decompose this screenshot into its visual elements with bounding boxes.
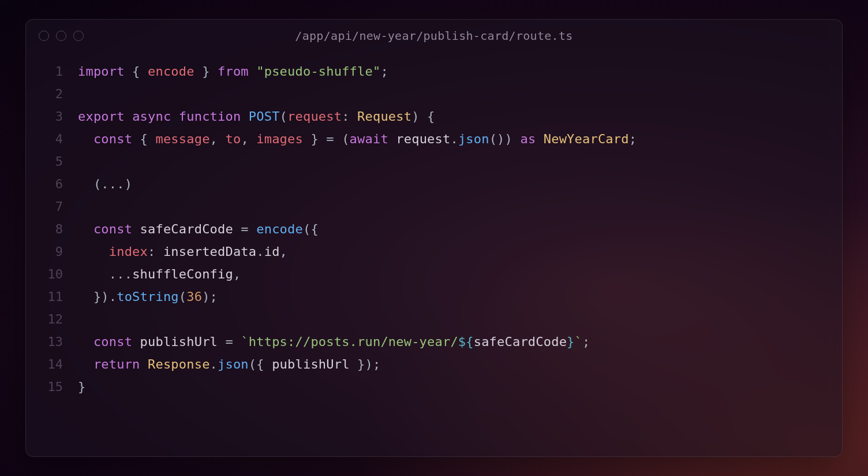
code-line: 10 ...shuffleConfig, xyxy=(26,263,842,285)
code-content: const safeCardCode = encode({ xyxy=(78,218,319,240)
close-button[interactable] xyxy=(39,31,49,41)
code-content: } xyxy=(78,375,85,398)
line-number: 5 xyxy=(26,150,78,173)
code-line: 12 xyxy=(26,308,842,330)
title-bar: /app/api/new-year/publish-card/route.ts xyxy=(26,20,842,52)
code-content: index: insertedData.id, xyxy=(78,240,287,263)
maximize-button[interactable] xyxy=(73,31,84,41)
code-line: 1 import { encode } from "pseudo-shuffle… xyxy=(26,60,842,83)
line-number: 12 xyxy=(26,308,78,330)
line-number: 9 xyxy=(26,240,78,263)
code-content: const publishUrl = `https://posts.run/ne… xyxy=(78,330,590,353)
code-content: const { message, to, images } = (await r… xyxy=(78,128,637,150)
line-number: 11 xyxy=(26,285,78,308)
window-title: /app/api/new-year/publish-card/route.ts xyxy=(295,29,573,43)
code-content: }).toString(36); xyxy=(78,285,218,308)
minimize-button[interactable] xyxy=(56,31,66,41)
code-line: 6 (...) xyxy=(26,173,842,195)
line-number: 8 xyxy=(26,218,78,240)
line-number: 14 xyxy=(26,353,78,375)
line-number: 15 xyxy=(26,375,78,398)
code-line: 2 xyxy=(26,83,842,105)
traffic-lights xyxy=(39,31,84,41)
code-content: (...) xyxy=(78,173,132,195)
code-line: 14 return Response.json({ publishUrl }); xyxy=(26,353,842,375)
editor-window: /app/api/new-year/publish-card/route.ts … xyxy=(25,19,843,457)
code-line: 3 export async function POST(request: Re… xyxy=(26,105,842,128)
code-line: 9 index: insertedData.id, xyxy=(26,240,842,263)
line-number: 7 xyxy=(26,195,78,218)
code-content: ...shuffleConfig, xyxy=(78,263,241,285)
line-number: 1 xyxy=(26,60,78,83)
line-number: 10 xyxy=(26,263,78,285)
code-content: export async function POST(request: Requ… xyxy=(78,105,435,128)
line-number: 4 xyxy=(26,128,78,150)
code-content: return Response.json({ publishUrl }); xyxy=(78,353,380,375)
code-line: 15 } xyxy=(26,375,842,398)
code-editor[interactable]: 1 import { encode } from "pseudo-shuffle… xyxy=(26,52,842,410)
line-number: 6 xyxy=(26,173,78,195)
line-number: 2 xyxy=(26,83,78,105)
code-line: 4 const { message, to, images } = (await… xyxy=(26,128,842,150)
code-line: 13 const publishUrl = `https://posts.run… xyxy=(26,330,842,353)
line-number: 3 xyxy=(26,105,78,128)
code-content: import { encode } from "pseudo-shuffle"; xyxy=(78,60,388,83)
code-line: 7 xyxy=(26,195,842,218)
code-line: 11 }).toString(36); xyxy=(26,285,842,308)
code-line: 8 const safeCardCode = encode({ xyxy=(26,218,842,240)
line-number: 13 xyxy=(26,330,78,353)
code-line: 5 xyxy=(26,150,842,173)
